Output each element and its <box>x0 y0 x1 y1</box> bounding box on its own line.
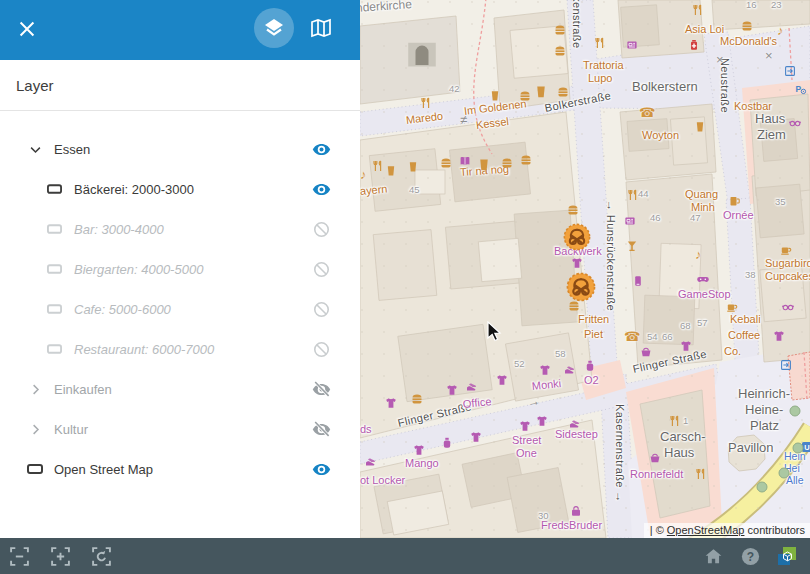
layer-swatch-icon <box>47 264 62 274</box>
layers-tool-button[interactable] <box>254 8 294 48</box>
map-label-42: 42 <box>449 84 460 94</box>
map-label-bolkerstern: Bolkerstern <box>632 80 698 94</box>
map-icon <box>312 20 330 36</box>
map-tool-button[interactable] <box>309 17 333 41</box>
extent-zoom-out-button[interactable] <box>8 545 30 567</box>
toolbar-left-group <box>0 545 112 567</box>
map-label-68: 68 <box>680 321 691 331</box>
layer-item-essen[interactable]: Essen <box>0 129 360 169</box>
expander-right-icon[interactable] <box>26 422 44 437</box>
gate-cross-icon: × <box>716 53 724 66</box>
map-label-haus: Haus <box>664 446 694 460</box>
basket-icon <box>640 346 652 358</box>
glasses-icon <box>789 117 801 129</box>
game-controller-icon <box>697 273 709 285</box>
blocked-icon[interactable] <box>311 299 331 319</box>
layer-label: Bar: 3000-4000 <box>74 222 311 237</box>
bakery-marker-icon[interactable] <box>563 223 591 251</box>
toolbar-right-group: ? <box>702 545 810 567</box>
extent-zoom-in-button[interactable] <box>49 545 71 567</box>
map-label-46: 46 <box>650 213 661 223</box>
layer-label: Essen <box>54 142 311 157</box>
blocked-icon[interactable] <box>311 219 331 239</box>
burger-icon <box>411 393 423 405</box>
map-label-kenstra-e: kenstraße <box>570 0 582 49</box>
layer-swatch-icon <box>47 344 62 354</box>
bakery-marker-icon[interactable] <box>566 272 596 302</box>
tshirt-icon <box>496 374 508 386</box>
layer-item-einkaufen[interactable]: Einkaufen <box>0 369 360 409</box>
map-label-35: 35 <box>775 197 786 207</box>
layer-label: Restauraunt: 6000-7000 <box>74 342 311 357</box>
layer-label: Open Street Map <box>54 462 311 477</box>
map-label-kebali: Kebali <box>730 314 761 326</box>
app-logo-button[interactable] <box>776 545 798 567</box>
panel-title-bar: Layer <box>0 60 360 111</box>
shoes-icon <box>466 381 478 393</box>
shoes-icon <box>569 418 581 430</box>
map-label-16: 16 <box>746 0 757 10</box>
extent-reset-button[interactable] <box>90 545 112 567</box>
map-label-sidestep: Sidestep <box>555 429 598 441</box>
glasses-icon <box>782 301 794 313</box>
music-note-icon: ♪ <box>777 24 784 37</box>
map-label-mcdonald-s: McDonald's <box>720 36 777 48</box>
layer-item-b-ckerei-2000-3000[interactable]: Bäckerei: 2000-3000 <box>0 169 360 209</box>
tshirt-icon <box>446 384 458 396</box>
visibility-off-icon[interactable] <box>311 419 331 439</box>
layer-item-restauraunt-6000-7000[interactable]: Restauraunt: 6000-7000 <box>0 329 360 369</box>
layer-label: Bäckerei: 2000-3000 <box>74 182 311 197</box>
tree-icon <box>756 481 768 493</box>
burger-icon <box>520 154 532 166</box>
blocked-icon[interactable] <box>311 259 331 279</box>
layer-item-bar-3000-4000[interactable]: Bar: 3000-4000 <box>0 209 360 249</box>
map-label-heine: Heine- <box>745 403 783 417</box>
phone-icon: ☎ <box>624 330 640 343</box>
help-button[interactable]: ? <box>739 545 761 567</box>
visibility-on-icon[interactable] <box>311 179 331 199</box>
map-label-ronnefeldt: Ronnefeldt <box>630 469 683 481</box>
map-label-30: 30 <box>538 511 549 521</box>
perfume-icon <box>584 360 596 372</box>
phone-icon: ☎ <box>639 106 655 119</box>
visibility-on-icon[interactable] <box>311 139 331 159</box>
svg-text:?: ? <box>746 549 753 563</box>
music-note-icon: ♪ <box>360 168 367 181</box>
entrance-door-icon <box>780 359 792 371</box>
fork-knife-icon <box>669 415 681 427</box>
home-button[interactable] <box>702 545 724 567</box>
map-label-ds: ds <box>360 424 372 436</box>
drink-cup-icon <box>489 90 501 102</box>
mobile-phone-icon <box>632 275 644 287</box>
visibility-off-icon[interactable] <box>311 379 331 399</box>
layer-swatch-icon <box>47 224 62 234</box>
map-label-coffee: Coffee <box>728 330 760 342</box>
map-label-44: 44 <box>638 189 649 199</box>
blocked-icon[interactable] <box>311 339 331 359</box>
map-label-23: 23 <box>771 0 782 10</box>
layer-label: Einkaufen <box>54 382 311 397</box>
fork-knife-icon <box>420 97 432 109</box>
layer-item-open-street-map[interactable]: Open Street Map <box>0 449 360 489</box>
map-label-fritten: Fritten <box>578 314 609 326</box>
visibility-on-icon[interactable] <box>311 459 331 479</box>
layer-item-biergarten-4000-5000[interactable]: Biergarten: 4000-5000 <box>0 249 360 289</box>
fork-knife-icon <box>372 160 384 172</box>
coffee-cup-icon <box>780 244 792 256</box>
layer-item-cafe-5000-6000[interactable]: Cafe: 5000-6000 <box>0 289 360 329</box>
layer-panel: Layer EssenBäckerei: 2000-3000Bar: 3000-… <box>0 0 360 538</box>
tshirt-icon <box>773 330 785 342</box>
map-label-mango: Mango <box>405 458 439 470</box>
svg-text:U: U <box>804 443 809 452</box>
level-crossing-icon: ≠ <box>460 113 467 126</box>
tshirt-icon <box>385 397 397 409</box>
openstreetmap-link[interactable]: OpenStreetMap <box>667 524 745 536</box>
layer-item-kultur[interactable]: Kultur <box>0 409 360 449</box>
svg-text:P: P <box>796 84 802 94</box>
close-icon[interactable] <box>16 18 38 40</box>
map-viewport[interactable]: nderkircheBolkerstraßekenstraße→ Hunsrüc… <box>360 0 810 538</box>
expander-down-icon[interactable] <box>26 142 44 157</box>
layer-label: Cafe: 5000-6000 <box>74 302 311 317</box>
mouse-cursor <box>487 321 503 343</box>
expander-right-icon[interactable] <box>26 382 44 397</box>
